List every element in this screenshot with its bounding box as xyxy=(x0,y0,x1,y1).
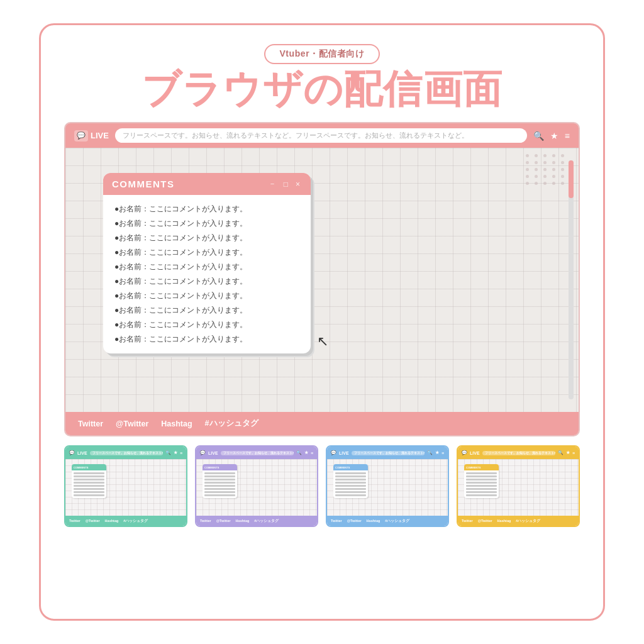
badge-label: Vtuber・配信者向け xyxy=(264,44,379,64)
thumbnail-3[interactable]: 💬LIVE フリースペースです。お知らせ、流れるテキストなど。 🔍★≡ COMM… xyxy=(326,445,449,527)
comment-line: ●お名前：ここにコメントが入ります。 xyxy=(114,305,301,316)
thumb-2-footer: Twitter@TwitterHashtag#ハッシュタグ xyxy=(196,516,317,526)
hashtag-value: #ハッシュタグ xyxy=(205,418,258,429)
thumb-1-body: COMMENTS xyxy=(65,459,186,516)
thumb-4-footer: Twitter@TwitterHashtag#ハッシュタグ xyxy=(458,516,579,526)
comments-body: ●お名前：ここにコメントが入ります。 ●お名前：ここにコメントが入ります。 ●お… xyxy=(103,195,311,353)
thumb-2-header: 💬LIVE フリースペースです。お知らせ、流れるテキストなど。 🔍★≡ xyxy=(196,447,317,459)
comment-line: ●お名前：ここにコメントが入ります。 xyxy=(114,319,301,330)
scrollbar[interactable] xyxy=(569,160,574,399)
window-controls: － □ × xyxy=(267,178,302,190)
comment-line: ●お名前：ここにコメントが入ります。 xyxy=(114,247,301,258)
twitter-label: Twitter xyxy=(78,419,103,428)
comment-line: ●お名前：ここにコメントが入ります。 xyxy=(114,334,301,345)
live-label: LIVE xyxy=(91,131,109,140)
comment-line: ●お名前：ここにコメントが入ります。 xyxy=(114,233,301,243)
comments-titlebar: COMMENTS － □ × xyxy=(103,173,311,195)
browser-body: COMMENTS － □ × ●お名前：ここにコメントが入ります。 ●お名前：こ… xyxy=(65,148,579,412)
hashtag-label: Hashtag xyxy=(161,419,192,428)
comment-line: ●お名前：ここにコメントが入ります。 xyxy=(114,291,301,301)
thumb-3-header: 💬LIVE フリースペースです。お知らせ、流れるテキストなど。 🔍★≡ xyxy=(327,447,448,459)
comments-window: COMMENTS － □ × ●お名前：ここにコメントが入ります。 ●お名前：こ… xyxy=(103,173,311,353)
comment-line: ●お名前：ここにコメントが入ります。 xyxy=(114,276,301,287)
thumb-1-header: 💬LIVE フリースペースです。お知らせ、流れるテキストなど。 🔍★≡ xyxy=(65,447,186,459)
search-icon[interactable]: 🔍 xyxy=(533,131,544,141)
thumbnail-1[interactable]: 💬LIVE フリースペースです。お知らせ、流れるテキストなど。 🔍★≡ COMM… xyxy=(64,445,187,527)
menu-icon[interactable]: ≡ xyxy=(565,131,570,141)
scrollbar-thumb xyxy=(569,160,574,198)
thumb-2-body: COMMENTS xyxy=(196,459,317,516)
browser-icons: 🔍 ★ ≡ xyxy=(533,131,570,141)
comment-line: ●お名前：ここにコメントが入ります。 xyxy=(114,262,301,272)
maximize-button[interactable]: □ xyxy=(282,179,290,189)
comment-line: ●お名前：ここにコメントが入ります。 xyxy=(114,204,301,214)
star-icon[interactable]: ★ xyxy=(550,131,558,141)
thumb-4-header: 💬LIVE フリースペースです。お知らせ、流れるテキストなど。 🔍★≡ xyxy=(458,447,579,459)
comments-title: COMMENTS xyxy=(112,179,175,189)
chat-icon: 💬 xyxy=(74,130,88,142)
browser-footer: Twitter @Twitter Hashtag #ハッシュタグ xyxy=(65,412,579,435)
thumb-4-body: COMMENTS xyxy=(458,459,579,516)
minimize-button[interactable]: － xyxy=(267,178,278,190)
close-button[interactable]: × xyxy=(294,179,302,189)
main-card: Vtuber・配信者向け ブラウザの配信画面 💬 LIVE フリースペースです。… xyxy=(39,23,605,621)
comment-line: ●お名前：ここにコメントが入ります。 xyxy=(114,218,301,229)
live-badge: 💬 LIVE xyxy=(74,130,109,142)
thumbnail-2[interactable]: 💬LIVE フリースペースです。お知らせ、流れるテキストなど。 🔍★≡ COMM… xyxy=(195,445,318,527)
browser-mockup: 💬 LIVE フリースペースです。お知らせ、流れるテキストなど。フリースペースで… xyxy=(64,122,580,436)
address-bar[interactable]: フリースペースです。お知らせ、流れるテキストなど。フリースペースです。お知らせ、… xyxy=(115,128,527,143)
thumbnails-row: 💬LIVE フリースペースです。お知らせ、流れるテキストなど。 🔍★≡ COMM… xyxy=(64,445,580,527)
thumb-3-footer: Twitter@TwitterHashtag#ハッシュタグ xyxy=(327,516,448,526)
browser-header: 💬 LIVE フリースペースです。お知らせ、流れるテキストなど。フリースペースで… xyxy=(65,123,579,148)
dot-decoration-top xyxy=(526,154,566,185)
thumb-3-body: COMMENTS xyxy=(327,459,448,516)
twitter-value: @Twitter xyxy=(116,419,148,428)
thumbnail-4[interactable]: 💬LIVE フリースペースです。お知らせ、流れるテキストなど。 🔍★≡ COMM… xyxy=(457,445,580,527)
thumb-1-footer: Twitter@TwitterHashtag#ハッシュタグ xyxy=(65,516,186,526)
main-title: ブラウザの配信画面 xyxy=(142,68,502,111)
